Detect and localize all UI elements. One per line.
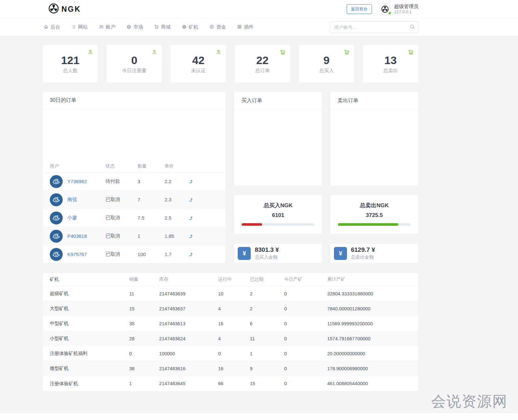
col-stock: 库存 xyxy=(159,277,218,282)
order-status: 已取消 xyxy=(105,196,138,203)
stat-label: 今日注册量 xyxy=(107,68,162,74)
miner-running: 4 xyxy=(218,336,250,341)
nav-item-website[interactable]: 网站 xyxy=(71,24,88,30)
main-nav: 后台 网站 账户 市场 商城 矿机 xyxy=(0,18,518,36)
chip-icon xyxy=(182,24,187,30)
sell-amount-label: 总卖出金额 xyxy=(351,254,375,260)
miner-today: 0 xyxy=(284,306,327,311)
col-miner: 矿机 xyxy=(50,277,129,282)
nav-item-miners[interactable]: 矿机 xyxy=(182,24,198,30)
total-sell-title: 总卖出NGK xyxy=(330,195,418,209)
col-price: 单价 xyxy=(165,163,188,169)
miners-table-body: 超级矿机 11 2147483639 10 2 0 32804.33333188… xyxy=(43,286,418,391)
nav-item-dashboard[interactable]: 后台 xyxy=(44,24,60,30)
watermark-text: 会说资源网 xyxy=(431,392,508,411)
total-buy-amount-card: ¥ 8301.3 ¥ 总买入金额 xyxy=(234,243,322,263)
miner-today: 0 xyxy=(284,336,327,341)
total-buy-ngk-card: 总买入NGK 6101 xyxy=(234,195,322,234)
search-input[interactable] xyxy=(330,21,418,33)
miner-name: 注册体验矿机福利 xyxy=(50,350,129,357)
table-row: 大型矿机 15 2147483637 4 2 0 7840.0000012800… xyxy=(43,301,418,316)
miner-total: 461.008805440000 xyxy=(327,381,411,386)
total-sell-amount-card: ¥ 6129.7 ¥ 总卖出金额 xyxy=(330,243,418,263)
coin-icon xyxy=(209,24,214,30)
miner-expired: 9 xyxy=(250,366,284,371)
miner-sales: 38 xyxy=(129,366,159,371)
col-user: 用户 xyxy=(50,163,105,169)
miner-running: 16 xyxy=(218,366,250,371)
user-name: 超级管理员 xyxy=(394,4,418,10)
order-row: P403618 已取消 1 1.85 xyxy=(43,227,226,245)
order-price: 1.7 xyxy=(165,251,188,257)
miner-today: 0 xyxy=(284,351,327,356)
miner-sales: 28 xyxy=(129,336,159,341)
miner-name: 注册体验矿机 xyxy=(50,381,129,387)
stat-card-total-users: 121 总人数 xyxy=(42,45,98,83)
col-status: 状态 xyxy=(105,163,138,169)
miner-expired: 2 xyxy=(250,306,284,311)
miner-name: 中型矿机 xyxy=(50,320,129,327)
username-link[interactable]: P403618 xyxy=(67,233,87,239)
plugin-icon xyxy=(237,24,242,30)
nav-item-funds[interactable]: 资金 xyxy=(209,24,226,30)
sell-progress-fill xyxy=(338,223,398,226)
miner-sales: 35 xyxy=(129,321,159,326)
order-detail-arrow-icon[interactable] xyxy=(188,234,219,239)
brand-name: NGK xyxy=(61,5,81,14)
nav-label: 商城 xyxy=(161,24,171,30)
sell-orders-panel: 卖出订单 xyxy=(330,91,418,186)
search-icon[interactable] xyxy=(410,24,415,31)
nav-item-accounts[interactable]: 账户 xyxy=(99,24,115,30)
miner-today: 0 xyxy=(284,291,327,296)
order-qty: 7.5 xyxy=(138,215,165,221)
stats-row: 121 总人数 0 今日注册量 42 未认证 22 总订单 9 总买入 13 总… xyxy=(42,45,418,83)
nav-label: 账户 xyxy=(106,24,115,30)
username-link[interactable]: 南弦 xyxy=(67,196,77,203)
miner-stock: 2147483637 xyxy=(159,306,218,311)
miner-total: 11569.999993200000 xyxy=(327,321,411,326)
nav-item-market[interactable]: 市场 xyxy=(126,24,143,30)
miner-sales: 11 xyxy=(129,291,159,296)
miner-total: 7840.000001280000 xyxy=(327,306,411,311)
total-buy-value: 6101 xyxy=(234,212,322,219)
total-sell-value: 3725.5 xyxy=(330,212,418,219)
user-ip: 127.0.0.1 xyxy=(394,9,418,15)
miner-running: 0 xyxy=(218,351,250,356)
table-row: 微型矿机 38 2147483616 16 9 0 178.9000069800… xyxy=(43,361,418,376)
back-to-front-button[interactable]: 返回前台 xyxy=(347,4,372,14)
nav-item-plugins[interactable]: 插件 xyxy=(237,24,254,30)
stat-card-total-orders: 22 总订单 xyxy=(234,45,290,83)
buy-progress-fill xyxy=(242,223,262,226)
buy-orders-panel: 买入订单 xyxy=(234,91,322,186)
order-detail-arrow-icon[interactable] xyxy=(188,252,219,257)
brand[interactable]: NGK xyxy=(42,3,81,15)
nav-item-mall[interactable]: 商城 xyxy=(154,24,171,30)
username-link[interactable]: Y736982 xyxy=(67,179,87,184)
order-detail-arrow-icon[interactable] xyxy=(188,215,219,221)
col-total-output: 累计产矿 xyxy=(327,277,411,282)
username-link[interactable]: 小廖 xyxy=(67,215,77,221)
main-content: 121 总人数 0 今日注册量 42 未认证 22 总订单 9 总买入 13 总… xyxy=(42,36,418,391)
top-header: NGK 返回前台 超级管理员 127.0.0.1 xyxy=(0,0,518,18)
stat-label: 总人数 xyxy=(43,68,98,74)
order-detail-arrow-icon[interactable] xyxy=(188,197,219,202)
avatar xyxy=(50,193,63,206)
miner-running: 4 xyxy=(218,306,250,311)
avatar xyxy=(50,248,63,261)
yuan-icon: ¥ xyxy=(334,247,347,260)
stat-label: 总卖出 xyxy=(363,68,418,74)
orders-table-header: 用户 状态 数量 单价 xyxy=(43,161,226,172)
buy-progress-track xyxy=(242,223,314,226)
miner-stock: 2147483616 xyxy=(159,366,218,371)
total-buy-title: 总买入NGK xyxy=(234,195,322,209)
miner-expired: 6 xyxy=(250,321,284,326)
user-menu[interactable]: 超级管理员 127.0.0.1 xyxy=(379,3,418,15)
stat-card-total-buy: 9 总买入 xyxy=(299,45,354,83)
stat-label: 总买入 xyxy=(299,68,354,74)
nav-label: 后台 xyxy=(50,24,60,30)
miner-name: 微型矿机 xyxy=(50,365,129,372)
order-detail-arrow-icon[interactable] xyxy=(188,179,219,184)
miner-running: 16 xyxy=(218,321,250,326)
miner-name: 超级矿机 xyxy=(50,291,129,297)
username-link[interactable]: K975767 xyxy=(67,251,87,257)
